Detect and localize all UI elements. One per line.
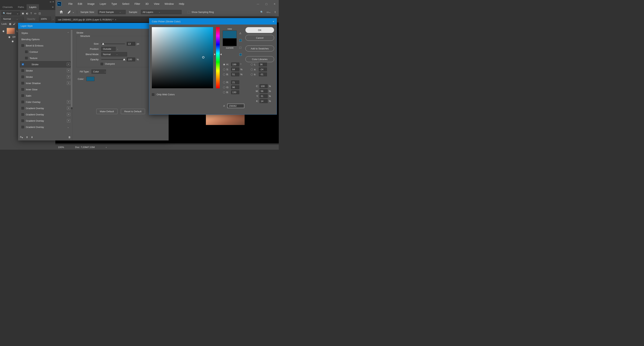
stroke-color-swatch[interactable] [86, 77, 94, 81]
chevron-up-icon[interactable]: ⌃ [67, 32, 69, 34]
search-icon[interactable]: 🔍 [260, 11, 263, 13]
bevel-emboss-item[interactable]: Bevel & Emboss [20, 42, 71, 49]
hue-slider[interactable] [216, 27, 220, 88]
overprint-checkbox[interactable] [100, 63, 103, 65]
checkbox[interactable] [22, 101, 24, 103]
opacity-input[interactable]: 100%⌄ [39, 17, 51, 21]
l-input[interactable]: 36 [259, 62, 267, 66]
shape-filter-icon[interactable]: ▭ [34, 12, 36, 15]
radio-s[interactable] [223, 68, 225, 71]
color-field[interactable] [152, 27, 213, 88]
m-input[interactable]: 56 [260, 89, 268, 93]
lock-brush-icon[interactable]: 🖌 [13, 22, 16, 25]
checkbox[interactable] [22, 113, 24, 116]
blend-mode-select[interactable]: Normal⌄ [2, 17, 24, 21]
type-filter-icon[interactable]: T [30, 12, 32, 15]
h-input[interactable]: 199 [231, 62, 239, 66]
chevron-down-icon[interactable]: ⌄ [67, 126, 69, 128]
radio-l[interactable] [251, 63, 253, 66]
texture-item[interactable]: Texture [20, 55, 71, 61]
add-effect-icon[interactable]: + [67, 100, 70, 104]
r-input[interactable]: 21 [231, 80, 239, 84]
minimize-button[interactable]: — [254, 0, 262, 8]
size-input[interactable]: 13 [127, 42, 135, 46]
opacity-slider[interactable] [101, 59, 125, 60]
close-tab-icon[interactable]: × [115, 18, 116, 21]
blending-options-item[interactable]: Blending Options [20, 36, 71, 42]
blend-mode-select[interactable]: Normal⌄ [101, 52, 127, 56]
checkbox[interactable] [22, 44, 24, 47]
panel-menu-icon[interactable]: ≡ [50, 4, 55, 10]
add-effect-icon[interactable]: + [67, 106, 70, 110]
tab-paths[interactable]: Paths [15, 4, 26, 10]
checkbox[interactable] [25, 57, 28, 59]
radio-h[interactable] [223, 63, 225, 66]
add-effect-icon[interactable]: + [67, 81, 70, 85]
only-web-checkbox[interactable] [152, 93, 154, 96]
fx-menu-icon[interactable]: fx▾ [20, 135, 23, 139]
websafe-swatch-icon[interactable] [239, 39, 242, 42]
stroke-item[interactable]: Stroke+ [20, 67, 71, 74]
chevron-down-icon[interactable]: ⌄ [72, 11, 74, 13]
tab-channels[interactable]: Channels [0, 4, 15, 10]
close-icon[interactable]: × [52, 0, 54, 3]
workspace-icon[interactable]: ▭⌄ [266, 11, 271, 13]
slider-knob[interactable] [123, 58, 125, 60]
scrollbar-thumb[interactable] [71, 30, 72, 107]
show-ring-checkbox[interactable] [188, 11, 190, 13]
satin-item[interactable]: Satin [20, 92, 71, 99]
websafe-swatch-icon[interactable] [239, 53, 242, 56]
checkbox[interactable] [25, 50, 28, 53]
tool-eyedropper-icon[interactable]: ⌄ [67, 10, 77, 14]
radio-lab-b[interactable] [251, 73, 253, 76]
g-input[interactable]: 96 [231, 85, 239, 89]
dialog-title-bar[interactable]: Layer Style [18, 23, 168, 29]
move-up-icon[interactable]: ⬆ [26, 136, 28, 139]
opacity-input[interactable]: 100 [127, 57, 135, 61]
sample-size-select[interactable]: Point Sample⌄ [98, 10, 126, 14]
c-input[interactable]: 100 [260, 84, 268, 88]
checkbox[interactable] [22, 107, 24, 109]
radio-bl[interactable] [223, 91, 225, 93]
move-down-icon[interactable]: ⬇ [31, 136, 33, 139]
close-button[interactable]: ✕ [270, 0, 279, 8]
menu-file[interactable]: File [66, 0, 75, 8]
gradient-overlay-item[interactable]: Gradient Overlay+ [20, 111, 71, 118]
panel-collapse-bar[interactable]: ‹‹× [0, 0, 55, 3]
lab-b-input[interactable]: -31 [259, 72, 267, 76]
visibility-icon[interactable]: ◉ [2, 30, 5, 32]
menu-type[interactable]: Type [109, 0, 120, 8]
make-default-button[interactable]: Make Default [96, 109, 118, 114]
hex-input[interactable]: 156082 [227, 104, 244, 108]
cube-icon[interactable]: ⬚ [239, 46, 242, 49]
checkbox[interactable] [22, 94, 24, 97]
y-input[interactable]: 31 [260, 94, 268, 98]
current-color-swatch[interactable] [223, 38, 237, 46]
checkbox[interactable] [22, 119, 24, 122]
add-effect-icon[interactable]: + [67, 63, 70, 66]
radio-b[interactable] [223, 73, 225, 76]
close-icon[interactable]: × [273, 20, 274, 23]
checkbox[interactable] [22, 69, 24, 72]
maximize-button[interactable]: ▢ [262, 0, 270, 8]
radio-r[interactable] [223, 81, 225, 83]
menu-window[interactable]: Window [162, 0, 176, 8]
menu-select[interactable]: Select [120, 0, 132, 8]
lock-transparency-icon[interactable]: ▦ [9, 22, 11, 25]
layer-thumbnail[interactable] [7, 28, 15, 34]
gradient-overlay-item[interactable]: Gradient Overlay+ [20, 105, 71, 111]
menu-view[interactable]: View [151, 0, 162, 8]
stroke-item-active[interactable]: ✓Stroke+ [20, 61, 71, 67]
blue-input[interactable]: 130 [231, 90, 239, 94]
size-slider[interactable] [101, 43, 125, 44]
add-effect-icon[interactable]: + [67, 119, 70, 122]
add-effect-icon[interactable]: + [67, 69, 70, 72]
gradient-overlay-item[interactable]: Gradient Overlay⌄ [20, 124, 71, 130]
add-effect-icon[interactable]: + [67, 75, 70, 78]
share-icon[interactable]: ⇪ [274, 11, 276, 13]
menu-layer[interactable]: Layer [97, 0, 109, 8]
checkbox[interactable] [22, 82, 24, 84]
inner-glow-item[interactable]: Inner Glow [20, 86, 71, 92]
visibility-icon[interactable]: ◉ [11, 40, 14, 42]
home-icon[interactable] [59, 10, 64, 14]
